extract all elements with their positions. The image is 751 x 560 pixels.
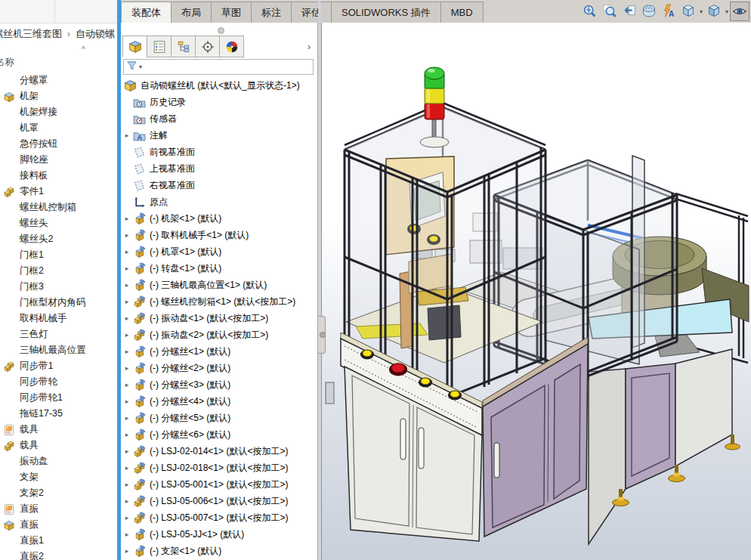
display-style-dropdown-caret-icon[interactable]: ▾ bbox=[724, 8, 730, 15]
list-item[interactable]: 支架2 bbox=[0, 485, 117, 501]
expand-arrow-icon[interactable]: ▸ bbox=[121, 348, 133, 355]
expand-arrow-icon[interactable]: ▸ bbox=[121, 331, 133, 339]
breadcrumb-current-folder[interactable]: 自动锁螺 bbox=[76, 28, 115, 39]
tab-featuremanager-tree[interactable] bbox=[122, 36, 147, 57]
tree-item[interactable]: ▸(-) 分螺丝<5> (默认) bbox=[121, 410, 317, 426]
tree-item[interactable]: ▸(-) LSJ-02-018<1> (默认<按加工>) bbox=[121, 459, 317, 476]
expand-arrow-icon[interactable]: ▸ bbox=[121, 265, 133, 272]
list-item[interactable]: 同步带轮 bbox=[0, 374, 117, 390]
breadcrumb-folder[interactable]: 螺丝机三维套图 bbox=[0, 28, 62, 39]
list-item[interactable]: 螺丝头2 bbox=[0, 231, 117, 247]
tree-item[interactable]: 右视基准面 bbox=[121, 177, 317, 193]
tree-item[interactable]: ▸(-) LSJ-05-JJ<1> (默认) bbox=[121, 526, 317, 543]
tree-item[interactable]: ▸(-) 机罩<1> (默认) bbox=[121, 243, 317, 260]
expand-arrow-icon[interactable]: ▸ bbox=[121, 547, 133, 555]
expand-arrow-icon[interactable]: ▸ bbox=[121, 364, 133, 372]
expand-arrow-icon[interactable]: ▸ bbox=[121, 131, 133, 139]
expand-arrow-icon[interactable]: ▸ bbox=[121, 248, 133, 255]
tree-item[interactable]: 传感器 bbox=[121, 110, 317, 127]
tab-propertymanager[interactable] bbox=[147, 36, 172, 57]
panel-collapse-handle[interactable] bbox=[218, 27, 224, 34]
list-item[interactable]: 取料机械手 bbox=[0, 311, 117, 326]
tree-item[interactable]: ▸(-) LSJ-02-014<1> (默认<按加工>) bbox=[121, 443, 317, 459]
expand-arrow-icon[interactable]: ▸ bbox=[121, 298, 133, 305]
previous-view-icon[interactable] bbox=[620, 2, 639, 21]
tree-item[interactable]: ▸(-) 分螺丝<1> (默认) bbox=[121, 343, 317, 360]
list-item[interactable]: 机架焊接 bbox=[0, 104, 117, 120]
list-item[interactable]: 门框3 bbox=[0, 279, 117, 295]
display-style-icon[interactable] bbox=[704, 2, 724, 21]
expand-arrow-icon[interactable]: ▸ bbox=[121, 281, 133, 289]
name-column-header[interactable]: 名称 bbox=[0, 56, 14, 69]
list-item[interactable]: 门框2 bbox=[0, 263, 117, 279]
list-item[interactable]: 接料板 bbox=[0, 168, 117, 184]
command-tab[interactable]: 布局 bbox=[171, 2, 212, 23]
graphics-viewport[interactable] bbox=[321, 23, 751, 560]
list-item[interactable]: 三轴机最高位置 bbox=[0, 342, 117, 358]
tree-item[interactable]: ▸(-) 分螺丝<6> (默认) bbox=[121, 426, 317, 443]
tree-item[interactable]: ▸(-) LSJ-05-006<1> (默认<按加工>) bbox=[121, 493, 317, 509]
expand-arrow-icon[interactable]: ▸ bbox=[121, 381, 133, 388]
annotation-visibility-icon[interactable]: A bbox=[659, 2, 678, 21]
tree-item[interactable]: ▸(-) LSJ-05-007<1> (默认<按加工>) bbox=[121, 509, 317, 526]
list-item[interactable]: 三色灯 bbox=[0, 326, 117, 342]
list-item[interactable]: 门框型材内角码 bbox=[0, 295, 117, 311]
list-item[interactable]: NG载具 bbox=[0, 422, 117, 438]
tree-filter-input[interactable]: ▾ bbox=[123, 59, 314, 75]
assembly-3d-model[interactable] bbox=[322, 23, 751, 560]
panel-tabs-overflow-arrow[interactable]: › bbox=[302, 36, 316, 57]
list-item[interactable]: 直振1 bbox=[0, 533, 117, 549]
expand-arrow-icon[interactable]: ▸ bbox=[121, 231, 133, 239]
command-tab[interactable]: 草图 bbox=[211, 2, 252, 23]
expand-arrow-icon[interactable]: ▸ bbox=[121, 497, 133, 505]
tree-item[interactable]: 前视基准面 bbox=[121, 144, 317, 160]
command-tab[interactable]: SOLIDWORKS 插件 bbox=[331, 2, 441, 23]
tree-item[interactable]: ▸(-) 机架<1> (默认) bbox=[121, 210, 317, 227]
tree-item[interactable]: ▸(-) 分螺丝<3> (默认) bbox=[121, 376, 317, 393]
expand-arrow-icon[interactable]: ▸ bbox=[121, 398, 133, 405]
tree-item[interactable]: ▸A注解 bbox=[121, 127, 317, 144]
zoom-fit-icon[interactable] bbox=[580, 2, 600, 21]
tab-dimxpertmanager[interactable] bbox=[195, 36, 220, 57]
panel-splitter[interactable] bbox=[318, 0, 321, 560]
list-item[interactable]: 螺丝头 bbox=[0, 215, 117, 231]
tree-item[interactable]: ▸(-) 振动盘<1> (默认<按加工>) bbox=[121, 310, 317, 326]
hide-show-items-icon[interactable] bbox=[730, 2, 749, 21]
expand-arrow-icon[interactable]: ▸ bbox=[121, 447, 133, 455]
tree-item[interactable]: ▸(-) 三轴机最高位置<1> (默认) bbox=[121, 277, 317, 293]
tree-item[interactable]: ▸(-) 振动盘<2> (默认<按加工>) bbox=[121, 326, 317, 343]
list-item[interactable]: 同步带轮1 bbox=[0, 390, 117, 406]
tree-item[interactable]: 上视基准面 bbox=[121, 160, 317, 177]
tree-item[interactable]: 历史记录 bbox=[121, 94, 317, 110]
tree-item[interactable]: 原点 bbox=[121, 193, 317, 210]
tree-item[interactable]: ▸(-) 转盘<1> (默认) bbox=[121, 260, 317, 277]
expand-arrow-icon[interactable]: ▸ bbox=[121, 481, 133, 488]
command-tab[interactable]: 标注 bbox=[251, 2, 292, 23]
zoom-area-icon[interactable] bbox=[600, 2, 620, 21]
expand-arrow-icon[interactable]: ▸ bbox=[121, 314, 133, 322]
tree-item[interactable]: ▸(-) 支架<1> (默认) bbox=[121, 543, 317, 559]
list-item[interactable]: 拖链17-35 bbox=[0, 406, 117, 422]
expand-arrow-icon[interactable]: ▸ bbox=[121, 531, 133, 538]
view-orientation-dropdown-caret-icon[interactable]: ▾ bbox=[698, 8, 704, 15]
sort-ascending-icon[interactable]: ^ bbox=[82, 45, 85, 54]
filter-dropdown-caret-icon[interactable]: ▾ bbox=[139, 63, 142, 70]
list-item[interactable]: 直振2 bbox=[0, 549, 117, 560]
list-item[interactable]: 分螺罩 bbox=[0, 73, 117, 88]
command-tab[interactable]: 评估 bbox=[291, 2, 332, 23]
list-item[interactable]: 急停按钮 bbox=[0, 136, 117, 152]
tree-item[interactable]: ▸(-) 取料机械手<1> (默认) bbox=[121, 227, 317, 243]
tree-item[interactable]: 自动锁螺丝机 (默认<默认_显示状态-1>) bbox=[121, 77, 317, 94]
list-item[interactable]: 零件1 bbox=[0, 184, 117, 200]
tree-item[interactable]: ▸(-) 分螺丝<2> (默认) bbox=[121, 360, 317, 376]
list-item[interactable]: 同步带1 bbox=[0, 358, 117, 374]
list-item[interactable]: 脚轮座 bbox=[0, 152, 117, 168]
list-item[interactable]: 机架 bbox=[0, 88, 117, 104]
list-item[interactable]: 螺丝机控制箱 bbox=[0, 200, 117, 215]
expand-arrow-icon[interactable]: ▸ bbox=[121, 215, 133, 222]
list-item[interactable]: 载具 bbox=[0, 438, 117, 453]
expand-arrow-icon[interactable]: ▸ bbox=[121, 414, 133, 422]
tree-item[interactable]: ▸(-) 螺丝机控制箱<1> (默认<按加工>) bbox=[121, 293, 317, 310]
breadcrumb[interactable]: 螺丝机三维套图›自动锁螺 bbox=[0, 25, 117, 43]
tree-item[interactable]: ▸(-) LSJ-05-001<1> (默认<按加工>) bbox=[121, 476, 317, 493]
